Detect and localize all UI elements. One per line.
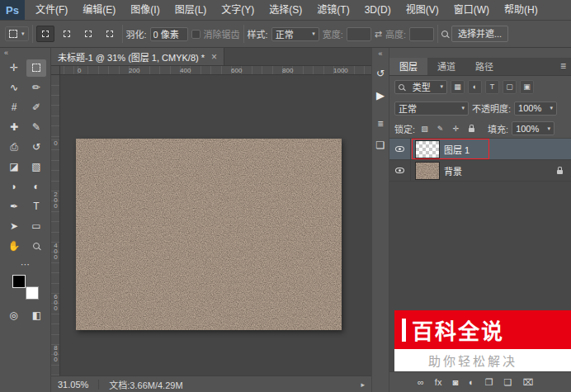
foreground-color-swatch[interactable] bbox=[12, 275, 26, 288]
app-logo[interactable]: Ps bbox=[0, 0, 25, 20]
tab-layers[interactable]: 图层 bbox=[389, 58, 427, 75]
screen-mode-button[interactable]: ◧ bbox=[27, 306, 47, 324]
crop-tool[interactable]: # bbox=[4, 99, 24, 116]
link-layers-button[interactable]: ∞ bbox=[418, 377, 424, 387]
tool-preset-button[interactable]: ▾ bbox=[5, 26, 29, 41]
dodge-tool[interactable]: ◐ bbox=[26, 178, 46, 196]
filter-adjustment-layers-icon[interactable]: ◐ bbox=[468, 80, 482, 94]
filter-smart-objects-icon[interactable]: ▣ bbox=[520, 80, 534, 94]
lasso-tool[interactable]: ∿ bbox=[4, 79, 24, 97]
menu-item-select[interactable]: 选择(S) bbox=[262, 0, 309, 20]
menu-item-edit[interactable]: 编辑(E) bbox=[75, 0, 123, 20]
menu-item-image[interactable]: 图像(I) bbox=[123, 0, 167, 20]
feather-input[interactable] bbox=[150, 27, 188, 41]
ruler-origin[interactable] bbox=[51, 66, 60, 75]
search-icon[interactable] bbox=[441, 31, 448, 37]
new-group-button[interactable]: ❐ bbox=[485, 377, 493, 388]
add-layer-mask-button[interactable]: ◙ bbox=[452, 377, 458, 387]
properties-panel-button[interactable]: ≡ bbox=[377, 118, 383, 130]
spot-healing-brush-tool[interactable]: ✚ bbox=[4, 119, 24, 136]
document-tab[interactable]: 未标题-1 @ 31% (图层 1, CMYK/8) * × bbox=[51, 48, 224, 65]
intersect-selection-button[interactable] bbox=[101, 26, 119, 42]
menu-item-view[interactable]: 视图(V) bbox=[399, 0, 446, 20]
zoom-level[interactable]: 31.05% bbox=[58, 380, 99, 390]
style-select[interactable]: 正常 ▾ bbox=[271, 27, 319, 41]
menu-item-layer[interactable]: 图层(L) bbox=[168, 0, 215, 20]
menu-item-3d[interactable]: 3D(D) bbox=[357, 0, 399, 20]
close-tab-icon[interactable]: × bbox=[211, 51, 217, 63]
clone-stamp-tool[interactable]: ⎙ bbox=[4, 139, 24, 156]
actions-panel-button[interactable]: ▶ bbox=[376, 89, 385, 102]
tool-grid: ✛ ∿ ✏ # ✐ ✚ ✎ ⎙ ↺ ◪ ▧ ◗ ◐ ✒ T ➤ ▭ ✋ bbox=[3, 58, 48, 256]
brush-tool[interactable]: ✎ bbox=[26, 119, 46, 136]
layer-name[interactable]: 图层 1 bbox=[444, 143, 470, 156]
add-to-selection-button[interactable] bbox=[58, 26, 76, 42]
filter-pixel-layers-icon[interactable]: ▦ bbox=[451, 80, 465, 94]
height-input[interactable] bbox=[409, 27, 434, 41]
layer-style-button[interactable]: fx bbox=[435, 377, 442, 387]
edit-toolbar-button[interactable]: ⋯ bbox=[21, 259, 30, 270]
menu-item-type[interactable]: 文字(Y) bbox=[214, 0, 262, 20]
blur-tool[interactable]: ◗ bbox=[4, 178, 24, 196]
history-panel-button[interactable]: ↺ bbox=[376, 68, 385, 79]
menu-item-file[interactable]: 文件(F) bbox=[28, 0, 75, 20]
menu-item-filter[interactable]: 滤镜(T) bbox=[309, 0, 356, 20]
pen-tool[interactable]: ✒ bbox=[4, 198, 24, 215]
blend-mode-select[interactable]: 正常 ▾ bbox=[394, 102, 469, 116]
rectangle-tool[interactable]: ▭ bbox=[26, 218, 46, 235]
width-input[interactable] bbox=[347, 27, 371, 41]
zoom-tool[interactable] bbox=[26, 238, 46, 255]
swap-dimensions-icon[interactable]: ⇄ bbox=[375, 29, 382, 40]
ruler-label: 400 bbox=[180, 67, 191, 74]
vertical-ruler[interactable]: 0 200 400 600 800 1000 bbox=[51, 75, 60, 375]
new-layer-button[interactable]: ❏ bbox=[504, 377, 512, 388]
lock-transparent-pixels-icon[interactable]: ▨ bbox=[418, 122, 431, 135]
type-tool[interactable]: T bbox=[26, 198, 46, 215]
layer-row-background[interactable]: 背景 bbox=[389, 160, 571, 182]
antialias-checkbox[interactable] bbox=[191, 30, 201, 39]
select-and-mask-button[interactable]: 选择并遮... bbox=[451, 26, 508, 42]
eraser-tool[interactable]: ◪ bbox=[4, 158, 24, 176]
fill-select[interactable]: 100% ▾ bbox=[512, 121, 554, 135]
subtract-from-selection-button[interactable] bbox=[79, 26, 97, 42]
tab-channels[interactable]: 通道 bbox=[427, 58, 465, 75]
quick-mask-button[interactable]: ◎ bbox=[4, 306, 24, 324]
status-menu-icon[interactable]: ▸ bbox=[361, 380, 365, 389]
hand-tool[interactable]: ✋ bbox=[4, 238, 24, 255]
layer1-thumbnail[interactable] bbox=[415, 140, 440, 158]
panel-menu-icon[interactable]: ≡ bbox=[560, 60, 566, 72]
eyedropper-tool[interactable]: ✐ bbox=[26, 99, 46, 116]
visibility-toggle[interactable] bbox=[389, 160, 411, 181]
new-adjustment-layer-button[interactable]: ◐ bbox=[469, 377, 474, 387]
new-selection-button[interactable] bbox=[36, 26, 54, 42]
menu-item-help[interactable]: 帮助(H) bbox=[497, 0, 545, 20]
history-brush-tool[interactable]: ↺ bbox=[26, 139, 46, 156]
layer-name[interactable]: 背景 bbox=[444, 164, 462, 177]
dock-expand-button[interactable]: « bbox=[378, 48, 382, 58]
visibility-toggle[interactable] bbox=[389, 139, 411, 159]
gradient-tool[interactable]: ▧ bbox=[26, 158, 46, 176]
lock-position-icon[interactable]: ✛ bbox=[450, 122, 462, 135]
horizontal-ruler[interactable]: 0 200 400 600 800 1000 bbox=[60, 66, 371, 75]
quick-selection-tool[interactable]: ✏ bbox=[26, 79, 46, 97]
canvas-image-noise[interactable] bbox=[76, 139, 342, 330]
rectangular-marquee-tool[interactable] bbox=[26, 59, 46, 77]
filter-type-layers-icon[interactable]: T bbox=[485, 80, 499, 94]
filter-type-select[interactable]: 类型 ▾ bbox=[394, 80, 447, 94]
background-thumbnail[interactable] bbox=[415, 162, 440, 180]
clone-source-panel-button[interactable]: ❏ bbox=[376, 139, 385, 151]
pasteboard[interactable] bbox=[60, 75, 371, 375]
background-color-swatch[interactable] bbox=[26, 286, 39, 300]
move-tool[interactable]: ✛ bbox=[4, 59, 24, 77]
filter-shape-layers-icon[interactable]: ▢ bbox=[503, 80, 517, 94]
path-selection-tool[interactable]: ➤ bbox=[4, 218, 24, 235]
toolbar-collapse-button[interactable]: « bbox=[0, 48, 8, 58]
layer-row-layer1[interactable]: 图层 1 bbox=[389, 139, 571, 160]
delete-layer-button[interactable]: ⌧ bbox=[522, 377, 533, 388]
fill-label: 填充: bbox=[488, 122, 508, 135]
lock-all-icon[interactable] bbox=[465, 122, 478, 135]
tab-paths[interactable]: 路径 bbox=[465, 58, 503, 75]
menu-item-window[interactable]: 窗口(W) bbox=[446, 0, 497, 20]
lock-image-pixels-icon[interactable]: ✎ bbox=[434, 122, 446, 135]
opacity-select[interactable]: 100% ▾ bbox=[514, 102, 557, 116]
